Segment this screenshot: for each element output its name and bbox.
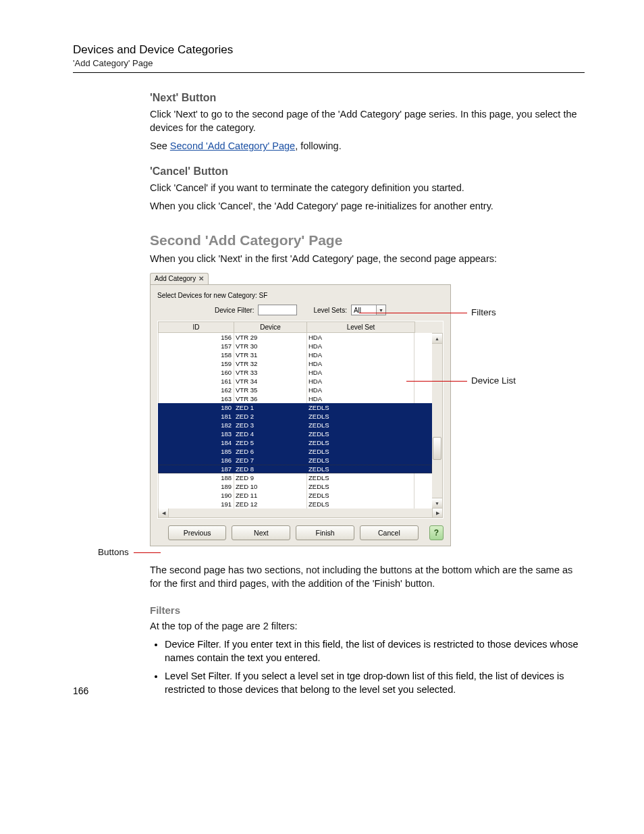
table-row[interactable]: 181ZED 2ZEDLS [158,412,432,421]
paragraph: Click 'Cancel' if you want to terminate … [150,182,585,195]
table-row[interactable]: 156VTR 29HDA [158,333,432,342]
cell-levelset: ZEDLS [307,447,414,456]
finish-button[interactable]: Finish [296,525,354,540]
cell-device: ZED 1 [234,403,307,412]
cell-id: 160 [158,368,234,377]
cell-device: ZED 9 [234,473,307,482]
text: See [150,140,170,151]
cell-levelset: HDA [307,394,414,403]
scroll-right-icon[interactable]: ▶ [432,509,442,517]
col-id[interactable]: ID [158,321,234,333]
dialog-panel: Select Devices for new Category: SF Devi… [150,284,451,546]
cell-levelset: HDA [307,377,414,386]
paragraph: When you click 'Next' in the first 'Add … [150,253,585,266]
previous-button[interactable]: Previous [168,525,227,540]
paragraph: When you click 'Cancel', the 'Add Catego… [150,200,585,213]
cell-id: 183 [158,429,234,438]
heading-filters: Filters [150,604,585,616]
callout-line [134,552,161,553]
text: , following. [295,140,342,151]
paragraph: See Second 'Add Category' Page, followin… [150,140,585,153]
table-body-area: 156VTR 29HDA157VTR 30HDA158VTR 31HDA159V… [158,333,443,509]
table-row[interactable]: 189ZED 10ZEDLS [158,482,432,491]
table-row[interactable]: 191ZED 12ZEDLS [158,500,432,509]
table-row[interactable]: 182ZED 3ZEDLS [158,421,432,429]
paragraph: At the top of the page are 2 filters: [150,620,585,633]
col-levelset[interactable]: Level Set [307,321,415,333]
col-device[interactable]: Device [234,321,307,333]
cell-levelset: ZEDLS [307,421,414,429]
cell-id: 185 [158,447,234,456]
heading-second-add-category: Second 'Add Category' Page [150,232,585,249]
table-row[interactable]: 186ZED 7ZEDLS [158,456,432,465]
cell-id: 163 [158,394,234,403]
device-filter-input[interactable] [258,305,297,315]
paragraph: Click 'Next' to go to the second page of… [150,108,585,134]
page-header: Devices and Device Categories 'Add Categ… [73,43,585,73]
cell-device: VTR 32 [234,359,307,368]
cell-device: ZED 3 [234,421,307,429]
cell-id: 186 [158,456,234,465]
table-row[interactable]: 188ZED 9ZEDLS [158,473,432,482]
cell-id: 182 [158,421,234,429]
next-button[interactable]: Next [232,525,290,540]
cell-id: 191 [158,500,234,509]
close-icon[interactable]: ✕ [198,275,204,282]
table-row[interactable]: 187ZED 8ZEDLS [158,465,432,473]
bullet-list: Device Filter. If you enter text in this… [165,638,585,696]
device-table: ID Device Level Set 156VTR 29HDA157VTR 3… [157,321,444,519]
callout-line [359,313,467,313]
scroll-track[interactable] [432,344,442,498]
callout-line [406,381,467,382]
scroll-down-icon[interactable]: ▼ [432,498,442,508]
page-number: 166 [73,685,88,696]
heading-cancel-button: 'Cancel' Button [150,165,585,178]
cell-id: 161 [158,377,234,386]
cell-id: 188 [158,473,234,482]
table-rows: 156VTR 29HDA157VTR 30HDA158VTR 31HDA159V… [158,333,432,509]
table-row[interactable]: 184ZED 5ZEDLS [158,438,432,447]
levelsets-dropdown[interactable]: All ▼ [351,305,386,315]
filters-row: Device Filter: Level Sets: All ▼ [157,305,444,315]
scroll-up-icon[interactable]: ▲ [432,334,442,344]
cell-levelset: HDA [307,368,414,377]
cell-device: ZED 7 [234,456,307,465]
section-label: Select Devices for new Category: SF [157,292,444,299]
help-button[interactable]: ? [429,525,444,540]
cell-device: ZED 2 [234,412,307,421]
cell-id: 181 [158,412,234,421]
table-row[interactable]: 163VTR 36HDA [158,394,432,403]
cell-device: VTR 30 [234,342,307,350]
cell-device: ZED 10 [234,482,307,491]
tab-bar: Add Category ✕ [150,271,451,284]
cell-device: VTR 29 [234,333,307,342]
table-row[interactable]: 158VTR 31HDA [158,350,432,359]
figure-wrapper: Add Category ✕ Select Devices for new Ca… [73,271,585,546]
link-second-add-category[interactable]: Second 'Add Category' Page [170,140,295,151]
cell-device: VTR 36 [234,394,307,403]
table-row[interactable]: 161VTR 34HDA [158,377,432,386]
scroll-thumb[interactable] [433,437,441,460]
heading-next-button: 'Next' Button [150,92,585,104]
cell-device: ZED 6 [234,447,307,456]
cell-id: 156 [158,333,234,342]
cancel-button[interactable]: Cancel [360,525,419,540]
hscroll-track[interactable] [169,509,432,517]
table-row[interactable]: 190ZED 11ZEDLS [158,491,432,500]
cell-device: ZED 12 [234,500,307,509]
table-row[interactable]: 183ZED 4ZEDLS [158,429,432,438]
vertical-scrollbar[interactable]: ▲ ▼ [432,333,443,509]
cell-levelset: HDA [307,359,414,368]
tab-add-category[interactable]: Add Category ✕ [150,273,209,284]
table-row[interactable]: 162VTR 35HDA [158,386,432,394]
horizontal-scrollbar[interactable]: ◀ ▶ [158,509,443,518]
table-row[interactable]: 157VTR 30HDA [158,342,432,350]
cell-levelset: ZEDLS [307,473,414,482]
table-row[interactable]: 185ZED 6ZEDLS [158,447,432,456]
table-row[interactable]: 180ZED 1ZEDLS [158,403,432,412]
cell-levelset: HDA [307,342,414,350]
cell-levelset: HDA [307,386,414,394]
table-row[interactable]: 160VTR 33HDA [158,368,432,377]
scroll-left-icon[interactable]: ◀ [159,509,169,517]
table-row[interactable]: 159VTR 32HDA [158,359,432,368]
